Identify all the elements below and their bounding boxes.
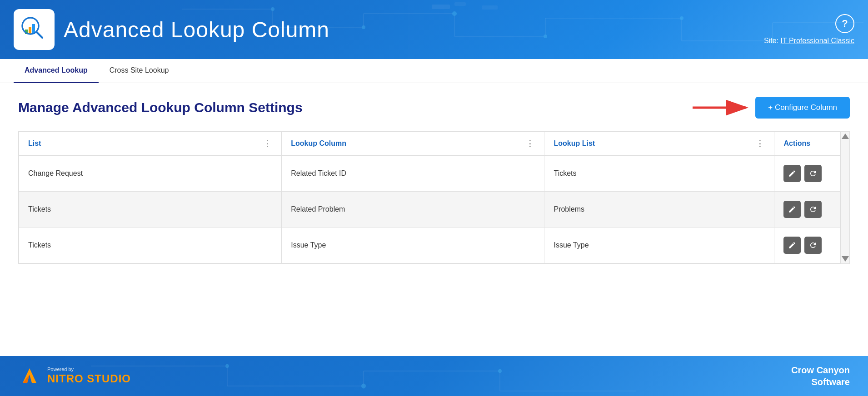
svg-point-40 (498, 369, 502, 373)
cell-list-2: Tickets (19, 192, 282, 228)
col-header-list: List ⋮ (19, 132, 282, 156)
footer-brand-text: Powered by NITRO STUDIO (47, 366, 131, 386)
tabs-bar: Advanced Lookup Cross Site Lookup (0, 59, 868, 83)
main-content: Manage Advanced Lookup Column Settings +… (0, 83, 868, 356)
col-header-lookup-list: Lookup List ⋮ (544, 132, 774, 156)
svg-rect-21 (454, 2, 466, 6)
svg-point-17 (680, 16, 683, 20)
red-arrow-indicator (688, 97, 752, 119)
section-title: Manage Advanced Lookup Column Settings (18, 100, 303, 115)
header-left: Advanced Lookup Column (14, 9, 329, 50)
cell-actions-1 (774, 155, 840, 192)
table-header-row: List ⋮ Lookup Column ⋮ L (19, 132, 840, 156)
svg-line-27 (36, 32, 42, 38)
footer-brand: Powered by NITRO STUDIO (18, 365, 131, 387)
col-header-lookup-column: Lookup Column ⋮ (282, 132, 544, 156)
cell-lookup-col-2: Related Problem (282, 192, 544, 228)
cell-actions-3 (774, 228, 840, 263)
app-footer: Powered by NITRO STUDIO Crow Canyon Soft… (0, 356, 868, 396)
header-right: ? Site: IT Professional Classic (764, 14, 854, 45)
col-header-actions: Actions (774, 132, 840, 156)
refresh-button-2[interactable] (804, 201, 822, 218)
lookup-list-col-menu[interactable]: ⋮ (756, 139, 765, 148)
table-row: Tickets Issue Type Issue Type (19, 228, 840, 263)
table-row: Tickets Related Problem Problems (19, 192, 840, 228)
header-action-area: + Configure Column (688, 97, 850, 119)
scrollbar[interactable] (840, 132, 849, 263)
lookup-column-col-menu[interactable]: ⋮ (526, 139, 535, 148)
cell-lookup-col-3: Issue Type (282, 228, 544, 263)
manage-header: Manage Advanced Lookup Column Settings +… (18, 97, 850, 119)
svg-point-16 (544, 35, 547, 38)
cell-lookup-list-2: Problems (544, 192, 774, 228)
refresh-button-3[interactable] (804, 237, 822, 254)
nitro-studio-label: NITRO STUDIO (47, 372, 131, 386)
svg-rect-25 (29, 27, 31, 34)
powered-by-label: Powered by (47, 366, 131, 372)
tab-cross-site-lookup[interactable]: Cross Site Lookup (99, 59, 180, 83)
cell-list-3: Tickets (19, 228, 282, 263)
footer-company: Crow Canyon Software (791, 364, 850, 388)
site-link[interactable]: IT Professional Classic (781, 37, 854, 45)
company-name: Crow Canyon (791, 364, 850, 376)
svg-rect-20 (432, 5, 450, 9)
svg-point-14 (362, 25, 365, 29)
scroll-down-arrow[interactable] (842, 256, 849, 262)
help-button[interactable]: ? (835, 14, 854, 33)
company-sub: Software (791, 376, 850, 388)
edit-button-3[interactable] (783, 237, 801, 254)
svg-point-15 (452, 11, 457, 16)
tab-advanced-lookup[interactable]: Advanced Lookup (14, 59, 99, 83)
app-header: Advanced Lookup Column ? Site: IT Profes… (0, 0, 868, 59)
data-table-wrapper: List ⋮ Lookup Column ⋮ L (18, 131, 850, 264)
page-title: Advanced Lookup Column (64, 17, 329, 42)
edit-button-1[interactable] (783, 165, 801, 182)
site-info: Site: IT Professional Classic (764, 37, 854, 45)
refresh-button-1[interactable] (804, 165, 822, 182)
nitro-logo-icon (18, 365, 41, 387)
edit-button-2[interactable] (783, 201, 801, 218)
svg-point-39 (361, 384, 366, 389)
cell-lookup-col-1: Related Ticket ID (282, 155, 544, 192)
configure-column-button[interactable]: + Configure Column (755, 97, 850, 119)
table-row: Change Request Related Ticket ID Tickets (19, 155, 840, 192)
cell-actions-2 (774, 192, 840, 228)
scroll-up-arrow[interactable] (842, 134, 849, 139)
svg-rect-22 (482, 5, 498, 10)
site-label: Site: (764, 37, 778, 45)
data-table: List ⋮ Lookup Column ⋮ L (19, 132, 840, 263)
list-col-menu[interactable]: ⋮ (263, 139, 272, 148)
table-inner: List ⋮ Lookup Column ⋮ L (19, 132, 840, 263)
app-icon (14, 9, 55, 50)
cell-list-1: Change Request (19, 155, 282, 192)
cell-lookup-list-3: Issue Type (544, 228, 774, 263)
cell-lookup-list-1: Tickets (544, 155, 774, 192)
svg-point-38 (225, 364, 229, 368)
